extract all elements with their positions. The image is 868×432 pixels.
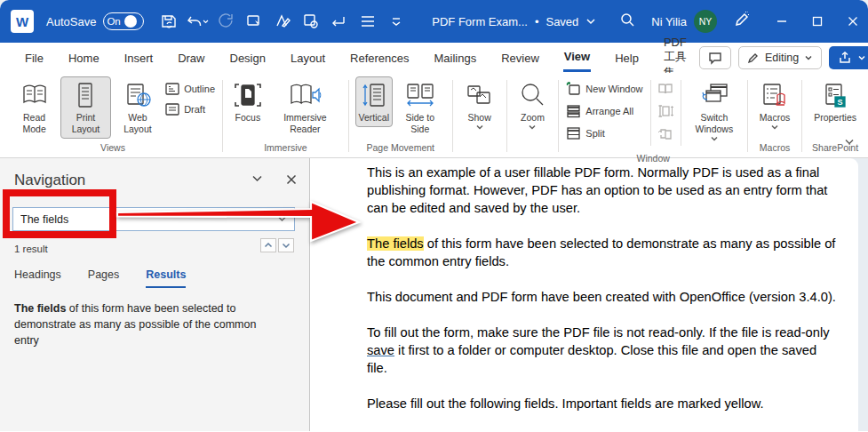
sync-scrolling-icon [657,104,673,118]
document-canvas[interactable]: This is an example of a user fillable PD… [310,158,858,431]
redo-icon[interactable] [213,9,238,34]
result-match-text: The fields [14,302,66,315]
vertical-icon [361,82,387,108]
select-objects-icon[interactable] [299,9,323,34]
comments-button[interactable] [699,46,731,69]
group-label-window: Window [564,151,742,168]
search-icon[interactable] [619,12,635,31]
quick-access-toolbar [156,9,409,34]
print-layout-button[interactable]: Print Layout [60,76,111,139]
tab-file[interactable]: File [12,43,56,73]
properties-button[interactable]: S Properties [808,76,862,127]
macros-button[interactable]: Macros [754,76,795,134]
editing-mode-button[interactable]: Editing [738,46,822,69]
highlighted-search-hit: The fields [367,236,424,251]
tab-headings[interactable]: Headings [14,268,61,288]
tab-design[interactable]: Design [218,43,278,73]
immersive-reader-button[interactable]: Immersive Reader [268,76,342,139]
views-small-buttons: Outline Draft [165,76,215,116]
tab-draw[interactable]: Draw [165,43,217,73]
tab-layout[interactable]: Layout [278,43,338,73]
group-label-show [458,151,501,157]
group-label-macros: Macros [753,140,796,157]
reset-window-position-button[interactable] [657,127,673,140]
share-button[interactable] [829,46,868,69]
zoom-dropdown-button[interactable]: Zoom [513,76,552,134]
tab-results[interactable]: Results [146,268,186,288]
save-icon[interactable] [156,9,181,34]
customize-qat-icon[interactable] [384,9,409,34]
arrange-all-button[interactable]: Arrange All [566,104,642,118]
outline-button[interactable]: Outline [165,82,215,96]
autosave-state-label: On [107,16,120,27]
group-divider [348,80,349,152]
save-link[interactable]: save [367,343,394,357]
document-title-area[interactable]: PDF Form Exam... • Saved [409,15,619,28]
focus-button[interactable]: Focus [229,76,267,127]
tab-view[interactable]: View [552,43,602,73]
undo-icon[interactable] [185,9,210,34]
synchronous-scrolling-button[interactable] [657,104,673,118]
avatar: NY [694,10,717,33]
tab-references[interactable]: References [338,43,421,73]
tabrow-right: Editing [699,46,868,69]
vertical-scrollbar[interactable] [858,158,868,431]
web-layout-button[interactable]: Web Layout [113,76,163,139]
pane-close-icon[interactable] [286,174,297,185]
pane-options-chevron-icon[interactable] [251,174,263,185]
line-spacing-icon[interactable] [355,9,380,34]
touch-mouse-mode-icon[interactable] [242,9,267,34]
show-icon [465,82,495,108]
navigation-tabs: Headings Pages Results [14,268,186,288]
word-logo-icon[interactable]: W [11,10,34,33]
view-side-by-side-button[interactable] [657,82,673,95]
zoom-icon [518,82,546,108]
tab-pages[interactable]: Pages [88,268,119,288]
tab-review[interactable]: Review [489,43,552,73]
read-mode-icon [20,82,50,108]
collapse-ribbon-icon[interactable] [843,134,856,150]
next-result-button[interactable] [278,238,294,252]
titlebar-right: Ni Yilia NY [619,10,859,33]
autosave-toggle[interactable]: On [103,12,144,30]
macros-icon [760,82,790,108]
split-button[interactable]: Split [566,126,642,140]
inking-pen-icon[interactable] [733,11,751,32]
tab-insert[interactable]: Insert [112,43,166,73]
search-options-chevron-icon[interactable] [270,215,294,223]
group-divider [558,80,559,152]
search-result-item[interactable]: The fields of this form have been select… [14,300,274,348]
paragraph-text: it first to a folder or computer desktop… [367,343,816,375]
window-small-buttons: New Window Arrange All Split [566,76,642,140]
editor-pen-icon[interactable] [270,9,295,34]
read-mode-button[interactable]: Read Mode [10,76,59,139]
vertical-button[interactable]: Vertical [355,76,393,127]
new-window-button[interactable]: New Window [566,82,642,96]
title-chevron-down-icon[interactable] [585,16,596,27]
window-disabled-buttons [657,76,673,140]
close-button[interactable] [847,15,859,28]
tab-help[interactable]: Help [602,43,651,73]
search-input[interactable] [13,213,270,226]
minimize-button[interactable] [776,15,788,28]
tab-pdf-tools[interactable]: PDF工具集 [651,43,699,73]
tab-mailings[interactable]: Mailings [422,43,490,73]
tab-home[interactable]: Home [56,43,112,73]
web-layout-icon [123,82,153,108]
paragraph: This is an example of a user fillable PD… [367,164,840,217]
document-page: This is an example of a user fillable PD… [310,158,858,412]
reset-position-icon [657,127,673,140]
print-layout-icon [70,82,100,108]
show-dropdown-button[interactable]: Show [459,76,500,134]
switch-windows-button[interactable]: Switch Windows [688,76,741,146]
side-to-side-button[interactable]: Side to Side [394,76,446,139]
draft-button[interactable]: Draft [165,102,215,116]
document-title: PDF Form Exam... [432,15,528,28]
new-comment-jump-icon[interactable] [327,9,352,34]
maximize-button[interactable] [811,15,824,28]
autosave-control: AutoSave On [46,12,144,30]
editing-label: Editing [765,52,799,64]
previous-result-button[interactable] [260,238,276,252]
paragraph-text: of this form have been selected to demon… [367,236,835,268]
chevron-down-icon [528,124,537,131]
